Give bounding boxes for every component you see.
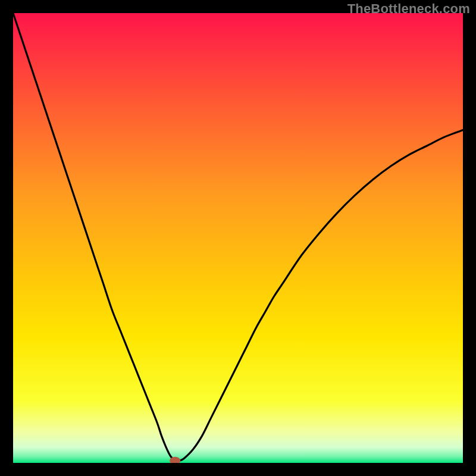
gradient-background xyxy=(13,13,463,463)
watermark-text: TheBottleneck.com xyxy=(347,1,470,17)
chart-frame: TheBottleneck.com xyxy=(0,0,476,476)
bottleneck-chart xyxy=(13,13,463,463)
